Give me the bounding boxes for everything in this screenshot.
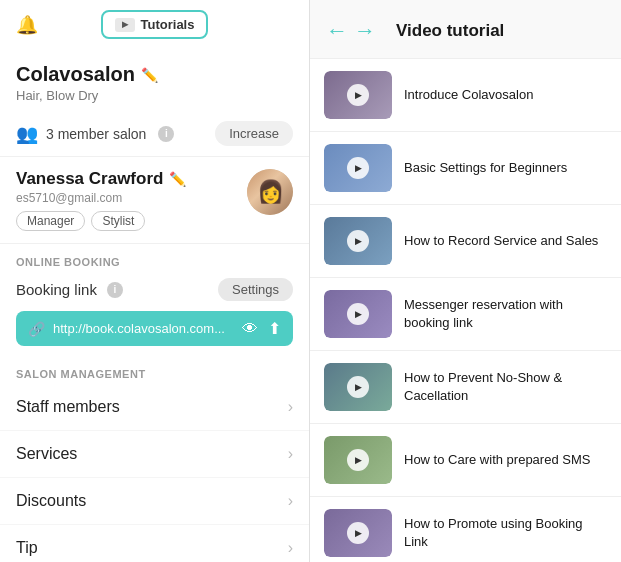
menu-item-discounts[interactable]: Discounts › (0, 478, 309, 525)
chevron-staff-icon: › (288, 398, 293, 416)
salon-name: Colavosalon (16, 63, 135, 86)
video-header-title: Video tutorial (396, 21, 504, 41)
tag-manager: Manager (16, 211, 85, 231)
video-item-5[interactable]: ▶ How to Care with prepared SMS (310, 424, 621, 497)
video-title-2: How to Record Service and Sales (404, 232, 598, 250)
play-icon-2: ▶ (347, 230, 369, 252)
staff-email: es5710@gmail.com (16, 191, 186, 205)
info-icon: i (158, 126, 174, 142)
right-panel: ← → Video tutorial ▶ Introduce Colavosal… (310, 0, 621, 562)
video-title-1: Basic Settings for Beginners (404, 159, 567, 177)
share-button[interactable]: ⬆ (268, 319, 281, 338)
booking-link-label: Booking link i (16, 281, 123, 298)
video-title-6: How to Promote using Booking Link (404, 515, 607, 551)
arrow-area: ← → (326, 18, 376, 44)
video-thumb-5: ▶ (324, 436, 392, 484)
salon-management-label: SALON MANAGEMENT (0, 356, 309, 384)
tag-stylist: Stylist (91, 211, 145, 231)
staff-tags: Manager Stylist (16, 211, 186, 231)
video-item-6[interactable]: ▶ How to Promote using Booking Link (310, 497, 621, 562)
video-item-3[interactable]: ▶ Messenger reservation with booking lin… (310, 278, 621, 351)
video-list: ▶ Introduce Colavosalon ▶ Basic Settings… (310, 59, 621, 562)
menu-item-services[interactable]: Services › (0, 431, 309, 478)
arrow-left-icon: ← (326, 18, 348, 44)
video-item-2[interactable]: ▶ How to Record Service and Sales (310, 205, 621, 278)
play-icon-3: ▶ (347, 303, 369, 325)
salon-section: Colavosalon ✏️ Hair, Blow Dry (0, 49, 309, 111)
link-actions: 👁 ⬆ (242, 319, 281, 338)
booking-info-icon: i (107, 282, 123, 298)
menu-discounts-label: Discounts (16, 492, 86, 510)
video-thumb-3: ▶ (324, 290, 392, 338)
menu-staff-label: Staff members (16, 398, 120, 416)
video-header: ← → Video tutorial (310, 0, 621, 59)
tutorials-label: Tutorials (141, 17, 195, 32)
arrow-right-icon: → (354, 18, 376, 44)
menu-tip-label: Tip (16, 539, 38, 557)
menu-services-label: Services (16, 445, 77, 463)
staff-row: Vanessa Crawford ✏️ es5710@gmail.com Man… (16, 169, 293, 231)
video-thumb-6: ▶ (324, 509, 392, 557)
link-icon: 🔗 (28, 321, 45, 337)
top-bar: 🔔 Tutorials (0, 0, 309, 49)
video-thumb-4: ▶ (324, 363, 392, 411)
staff-name: Vanessa Crawford (16, 169, 163, 189)
chevron-tip-icon: › (288, 539, 293, 557)
bell-icon: 🔔 (16, 14, 38, 36)
member-count: 3 member salon (46, 126, 146, 142)
settings-button[interactable]: Settings (218, 278, 293, 301)
video-thumb-2: ▶ (324, 217, 392, 265)
play-icon-0: ▶ (347, 84, 369, 106)
booking-row: Booking link i Settings (0, 272, 309, 307)
member-info: 👥 3 member salon i (16, 123, 174, 145)
avatar: 👩 (247, 169, 293, 215)
member-row: 👥 3 member salon i Increase (0, 111, 309, 157)
play-icon-1: ▶ (347, 157, 369, 179)
online-booking-label: ONLINE BOOKING (0, 244, 309, 272)
chevron-discounts-icon: › (288, 492, 293, 510)
salon-subtitle: Hair, Blow Dry (16, 88, 293, 103)
chevron-services-icon: › (288, 445, 293, 463)
video-thumb-1: ▶ (324, 144, 392, 192)
avatar-image: 👩 (247, 169, 293, 215)
booking-link-text: Booking link (16, 281, 97, 298)
edit-salon-icon[interactable]: ✏️ (141, 67, 158, 83)
video-title-4: How to Prevent No-Show & Cacellation (404, 369, 607, 405)
edit-staff-icon[interactable]: ✏️ (169, 171, 186, 187)
tutorials-button[interactable]: Tutorials (101, 10, 209, 39)
increase-button[interactable]: Increase (215, 121, 293, 146)
video-item-1[interactable]: ▶ Basic Settings for Beginners (310, 132, 621, 205)
eye-button[interactable]: 👁 (242, 319, 258, 338)
play-icon-5: ▶ (347, 449, 369, 471)
link-url: http://book.colavosalon.com... (53, 321, 234, 336)
menu-item-tip[interactable]: Tip › (0, 525, 309, 562)
menu-item-staff[interactable]: Staff members › (0, 384, 309, 431)
video-title-3: Messenger reservation with booking link (404, 296, 607, 332)
youtube-icon (115, 18, 135, 32)
staff-info: Vanessa Crawford ✏️ es5710@gmail.com Man… (16, 169, 186, 231)
left-panel: 🔔 Tutorials Colavosalon ✏️ Hair, Blow Dr… (0, 0, 310, 562)
booking-link-bar: 🔗 http://book.colavosalon.com... 👁 ⬆ (16, 311, 293, 346)
video-thumb-0: ▶ (324, 71, 392, 119)
video-title-5: How to Care with prepared SMS (404, 451, 590, 469)
group-icon: 👥 (16, 123, 38, 145)
staff-section: Vanessa Crawford ✏️ es5710@gmail.com Man… (0, 157, 309, 244)
salon-name-row: Colavosalon ✏️ (16, 63, 293, 86)
video-title-0: Introduce Colavosalon (404, 86, 533, 104)
play-icon-6: ▶ (347, 522, 369, 544)
video-item-0[interactable]: ▶ Introduce Colavosalon (310, 59, 621, 132)
staff-name-row: Vanessa Crawford ✏️ (16, 169, 186, 189)
video-item-4[interactable]: ▶ How to Prevent No-Show & Cacellation (310, 351, 621, 424)
play-icon-4: ▶ (347, 376, 369, 398)
